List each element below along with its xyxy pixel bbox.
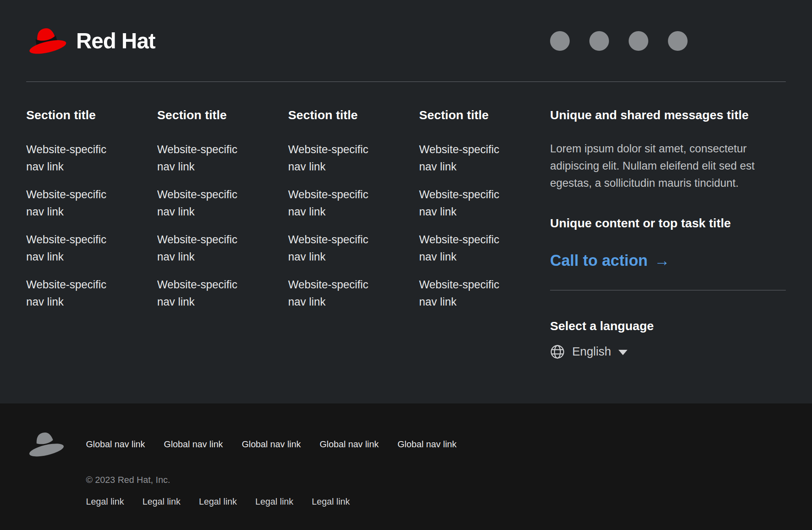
global-nav-link[interactable]: Global nav link bbox=[397, 439, 456, 450]
messages-title: Unique and shared messages title bbox=[550, 107, 786, 123]
social-circle-icon[interactable] bbox=[550, 31, 570, 51]
legal-nav: Legal link Legal link Legal link Legal l… bbox=[86, 496, 457, 507]
info-divider bbox=[550, 290, 786, 290]
nav-section-4: Section title Website-specific nav link … bbox=[419, 107, 524, 361]
globe-icon bbox=[550, 344, 565, 359]
site-nav-link[interactable]: Website-specific nav link bbox=[288, 186, 389, 220]
footer-columns: Section title Website-specific nav link … bbox=[26, 82, 786, 361]
site-nav-link[interactable]: Website-specific nav link bbox=[288, 276, 389, 310]
section-title: Section title bbox=[26, 107, 131, 123]
global-nav-link[interactable]: Global nav link bbox=[320, 439, 379, 450]
info-column: Unique and shared messages title Lorem i… bbox=[550, 107, 786, 361]
call-to-action-link[interactable]: Call to action → bbox=[550, 251, 670, 270]
site-nav-link[interactable]: Website-specific nav link bbox=[157, 231, 258, 265]
global-nav-link[interactable]: Global nav link bbox=[164, 439, 223, 450]
site-nav-link[interactable]: Website-specific nav link bbox=[26, 231, 127, 265]
site-nav-link[interactable]: Website-specific nav link bbox=[288, 231, 389, 265]
nav-section-2: Section title Website-specific nav link … bbox=[157, 107, 262, 361]
section-title: Section title bbox=[157, 107, 262, 123]
legal-link[interactable]: Legal link bbox=[142, 496, 180, 507]
language-selected-value: English bbox=[572, 345, 611, 358]
redhat-logo-link[interactable]: Red Hat bbox=[26, 25, 155, 57]
top-task-title: Unique content or top task title bbox=[550, 215, 786, 231]
site-nav-link[interactable]: Website-specific nav link bbox=[157, 186, 258, 220]
nav-section-1: Section title Website-specific nav link … bbox=[26, 107, 131, 361]
social-circle-icon[interactable] bbox=[629, 31, 648, 51]
footer-header-row: Red Hat bbox=[26, 0, 786, 82]
site-nav-link[interactable]: Website-specific nav link bbox=[157, 276, 258, 310]
global-nav: Global nav link Global nav link Global n… bbox=[86, 430, 457, 459]
language-selector[interactable]: English bbox=[550, 344, 627, 359]
arrow-right-icon: → bbox=[654, 251, 670, 270]
messages-body: Lorem ipsum dolor sit amet, consectetur … bbox=[550, 140, 786, 192]
footer-main-section: Red Hat Section title Website-specific n… bbox=[0, 0, 812, 403]
chevron-down-icon bbox=[618, 350, 627, 355]
global-nav-link[interactable]: Global nav link bbox=[86, 439, 145, 450]
site-nav-link[interactable]: Website-specific nav link bbox=[26, 141, 127, 175]
redhat-logo-text: Red Hat bbox=[76, 30, 155, 52]
language-title: Select a language bbox=[550, 318, 786, 334]
site-nav-link[interactable]: Website-specific nav link bbox=[419, 141, 520, 175]
legal-link[interactable]: Legal link bbox=[312, 496, 350, 507]
site-nav-link[interactable]: Website-specific nav link bbox=[26, 186, 127, 220]
legal-link[interactable]: Legal link bbox=[199, 496, 237, 507]
site-nav-link[interactable]: Website-specific nav link bbox=[288, 141, 389, 175]
footer-global-section: Global nav link Global nav link Global n… bbox=[0, 403, 812, 530]
legal-link[interactable]: Legal link bbox=[86, 496, 124, 507]
redhat-fedora-icon bbox=[26, 25, 67, 57]
nav-section-3: Section title Website-specific nav link … bbox=[288, 107, 393, 361]
redhat-fedora-gray-icon bbox=[26, 430, 65, 459]
global-nav-link[interactable]: Global nav link bbox=[242, 439, 301, 450]
section-title: Section title bbox=[419, 107, 524, 123]
site-nav-link[interactable]: Website-specific nav link bbox=[419, 276, 520, 310]
site-nav-link[interactable]: Website-specific nav link bbox=[157, 141, 258, 175]
social-circle-icon[interactable] bbox=[589, 31, 609, 51]
call-to-action-label: Call to action bbox=[550, 251, 648, 270]
site-nav-link[interactable]: Website-specific nav link bbox=[26, 276, 127, 310]
social-icons-group bbox=[550, 31, 688, 51]
legal-link[interactable]: Legal link bbox=[255, 496, 293, 507]
section-title: Section title bbox=[288, 107, 393, 123]
global-footer-content: Global nav link Global nav link Global n… bbox=[86, 430, 457, 530]
copyright-text: © 2023 Red Hat, Inc. bbox=[86, 475, 457, 485]
site-nav-link[interactable]: Website-specific nav link bbox=[419, 186, 520, 220]
social-circle-icon[interactable] bbox=[668, 31, 688, 51]
site-nav-link[interactable]: Website-specific nav link bbox=[419, 231, 520, 265]
